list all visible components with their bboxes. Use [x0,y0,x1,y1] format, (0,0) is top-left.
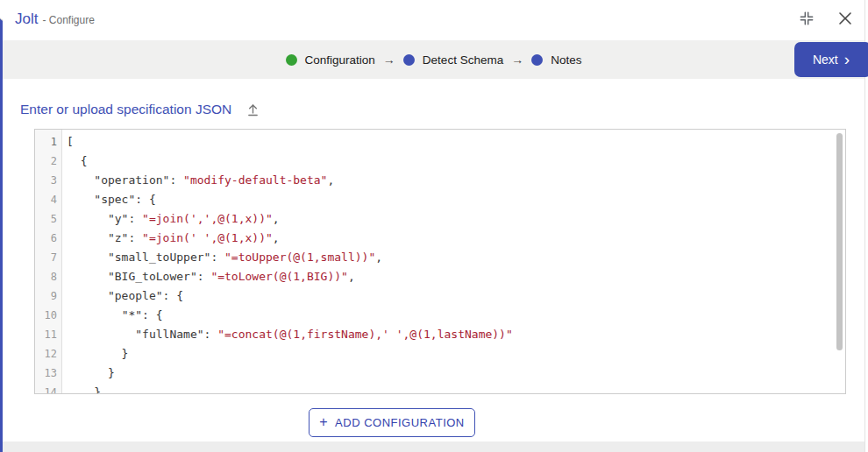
code-text: "z": "=join(' ',@(1,x))", [62,229,280,248]
line-number: 13 [35,364,62,383]
window-controls [796,8,856,29]
code-line[interactable]: 4 "spec": { [35,190,845,209]
section-heading: Enter or upload specification JSON [20,102,231,117]
line-number: 5 [35,209,62,229]
stepper: Configuration → Detect Schema → Notes [3,40,864,79]
dialog-header: Jolt - Configure [3,0,864,40]
code-line[interactable]: 13 } [35,364,845,383]
code-line[interactable]: 11 "fullName": "=concat(@(1,firstName),'… [35,325,845,344]
upload-json-button[interactable] [245,102,260,117]
code-text: "y": "=join(',',@(1,x))", [62,209,280,229]
step-configuration[interactable]: Configuration [286,53,375,67]
chevron-right-icon: › [844,51,850,67]
code-line[interactable]: 5 "y": "=join(',',@(1,x))", [35,209,845,229]
code-text: "*": { [62,306,163,325]
step-arrow-icon: → [511,53,523,67]
next-button-label: Next [813,53,838,67]
step-pending-dot [403,54,415,66]
jolt-configure-dialog: Jolt - Configure [0,0,865,452]
step-done-dot [286,54,297,66]
code-line[interactable]: 10 "*": { [35,306,845,325]
code-text: "small_toUpper": "=toUpper(@(1,small))", [62,248,382,267]
stepper-bar: Configuration → Detect Schema → Notes Ne… [3,40,864,79]
code-text: } [62,344,128,364]
code-text: { [62,152,87,171]
step-arrow-icon: → [383,53,395,67]
next-button[interactable]: Next › [794,42,868,77]
code-line[interactable]: 7 "small_toUpper": "=toUpper(@(1,small))… [35,248,845,267]
code-text: } [62,383,101,394]
code-line[interactable]: 6 "z": "=join(' ',@(1,x))", [35,229,845,248]
step-pending-dot [531,54,543,66]
dialog-subtitle: - Configure [42,14,94,26]
line-number: 11 [35,325,62,344]
code-line[interactable]: 14 } [35,383,845,394]
add-configuration-label: ADD CONFIGURATION [335,416,465,429]
step-label: Detect Schema [423,53,503,67]
close-button[interactable] [835,8,856,29]
close-icon [837,11,853,26]
code-area[interactable]: 1[2 {3 "operation": "modify-default-beta… [35,130,845,394]
app-name: Jolt [15,11,38,28]
plus-icon: + [319,414,328,430]
code-text: } [62,364,115,383]
line-number: 8 [35,267,62,286]
dialog-title: Jolt - Configure [15,11,95,28]
compress-icon [798,10,815,27]
bottom-strip [3,441,864,452]
code-text: "operation": "modify-default-beta", [62,171,334,190]
line-number: 3 [35,171,62,190]
line-number: 2 [35,152,62,171]
line-number: 6 [35,229,62,248]
line-number: 14 [35,383,62,394]
code-text: "spec": { [62,190,156,209]
collapse-window-button[interactable] [796,8,817,29]
step-label: Notes [551,53,581,67]
code-line[interactable]: 2 { [35,152,845,171]
spec-json-editor[interactable]: 1[2 {3 "operation": "modify-default-beta… [34,129,846,394]
step-detect-schema[interactable]: Detect Schema [403,53,503,67]
section-heading-row: Enter or upload specification JSON [20,102,260,117]
code-text: "people": { [62,286,183,306]
code-line[interactable]: 8 "BIG_toLower": "=toLower(@(1,BIG))", [35,267,845,286]
step-label: Configuration [305,53,375,67]
add-configuration-button[interactable]: + ADD CONFIGURATION [309,408,475,437]
code-text: "BIG_toLower": "=toLower(@(1,BIG))", [62,267,355,286]
step-notes[interactable]: Notes [531,53,581,67]
line-number: 1 [35,132,62,152]
code-line[interactable]: 9 "people": { [35,286,845,306]
code-line[interactable]: 1[ [35,132,845,152]
code-line[interactable]: 12 } [35,344,845,364]
code-text: "fullName": "=concat(@(1,firstName),' ',… [62,325,513,344]
line-number: 7 [35,248,62,267]
code-text: [ [62,132,74,152]
code-line[interactable]: 3 "operation": "modify-default-beta", [35,171,845,190]
upload-icon [245,102,260,117]
line-number: 10 [35,306,62,325]
line-number: 12 [35,344,62,364]
editor-scrollbar[interactable] [836,133,843,350]
line-number: 9 [35,286,62,306]
line-number: 4 [35,190,62,209]
